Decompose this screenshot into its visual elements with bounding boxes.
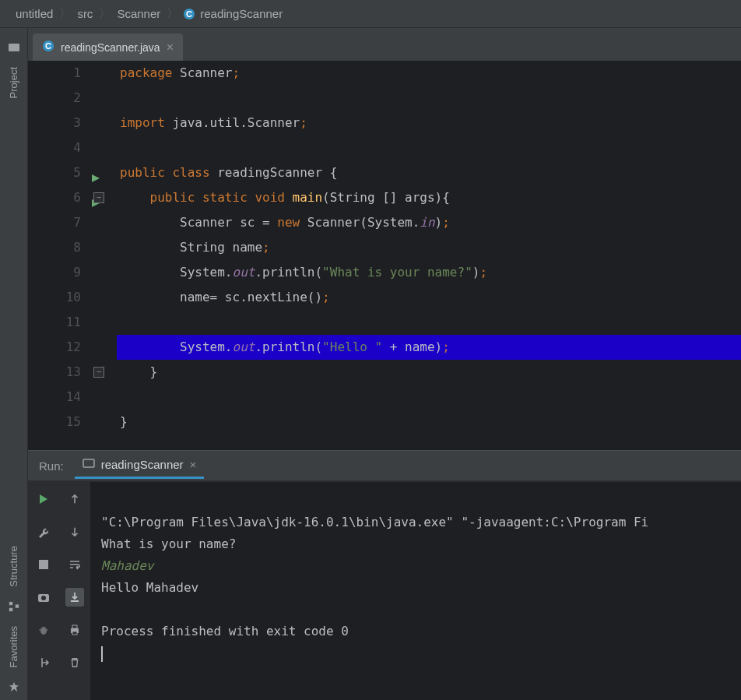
trash-icon[interactable] [65, 653, 84, 672]
console-line: "C:\Program Files\Java\jdk-16.0.1\bin\ja… [101, 515, 648, 529]
line-number: 3 [28, 111, 81, 135]
down-arrow-icon[interactable] [65, 522, 84, 541]
code-line[interactable]: String name; [117, 235, 741, 260]
line-number: 5 [28, 160, 81, 185]
class-icon: C [183, 8, 195, 20]
run-tab-label: readingScanner [101, 458, 184, 471]
run-toolbar-left [28, 482, 59, 700]
code-line[interactable]: name= sc.nextLine(); [117, 285, 741, 310]
class-icon: C [42, 40, 54, 55]
svg-text:C: C [45, 41, 51, 51]
console-user-input: Mahadev [101, 558, 153, 573]
line-number: 12 [28, 335, 81, 360]
line-number: 1 [28, 61, 81, 86]
breadcrumb-item[interactable]: src [76, 7, 94, 20]
svg-marker-12 [40, 494, 47, 504]
code-line[interactable] [117, 86, 741, 111]
up-arrow-icon[interactable] [65, 490, 84, 508]
svg-rect-5 [15, 604, 18, 607]
line-number: 9 [28, 260, 81, 285]
code-line[interactable]: } [117, 360, 741, 385]
tab-label: readingScanner.java [61, 41, 160, 54]
line-number: 7 [28, 210, 81, 235]
scroll-to-end-icon[interactable] [65, 588, 84, 607]
line-number: 6 [28, 185, 81, 210]
structure-icon [7, 600, 21, 614]
project-tool-button[interactable]: Project [8, 61, 19, 104]
wrench-icon[interactable] [34, 522, 53, 541]
line-gutter: 123456789101112131415 [28, 61, 89, 450]
chevron-right-icon: 〉 [162, 6, 183, 21]
run-toolbar-right [59, 482, 90, 700]
svg-rect-2 [9, 44, 19, 51]
left-tool-rail: Project Structure Favorites [0, 28, 28, 700]
console-output[interactable]: "C:\Program Files\Java\jdk-16.0.1\bin\ja… [90, 482, 741, 700]
svg-rect-3 [9, 601, 12, 604]
soft-wrap-icon[interactable] [65, 555, 84, 574]
run-tool-window: Run: readingScanner × [28, 450, 741, 700]
run-label: Run: [39, 459, 64, 473]
fold-end-icon[interactable]: − [93, 367, 104, 378]
stop-button[interactable] [34, 555, 53, 574]
caret [101, 646, 103, 662]
line-number: 4 [28, 135, 81, 160]
code-editor[interactable]: 123456789101112131415 −− package Scanner… [28, 61, 741, 450]
star-icon [7, 680, 21, 694]
code-line[interactable]: } [117, 410, 741, 434]
code-line[interactable]: public static void main(String [] args){ [117, 185, 741, 210]
code-line[interactable]: public class readingScanner { [117, 160, 741, 185]
breadcrumb-item[interactable]: untitled [14, 7, 54, 20]
line-number: 13 [28, 360, 81, 385]
console-line: Hello Mahadev [101, 580, 198, 595]
run-config-tab[interactable]: readingScanner × [75, 452, 205, 479]
code-line[interactable]: System.out.println("What is your name?")… [117, 260, 741, 285]
camera-icon[interactable] [34, 588, 53, 607]
breadcrumb-item[interactable]: Scanner [115, 7, 162, 20]
code-line[interactable] [117, 310, 741, 335]
run-tab-bar: Run: readingScanner × [28, 451, 741, 482]
line-number: 10 [28, 285, 81, 310]
breadcrumb-bar: untitled 〉 src 〉 Scanner 〉 C readingScan… [0, 0, 741, 28]
run-button[interactable] [34, 490, 53, 508]
print-icon[interactable] [65, 621, 84, 639]
svg-point-16 [40, 627, 47, 635]
svg-point-15 [41, 596, 46, 600]
svg-marker-6 [9, 682, 18, 691]
editor-tab-bar: C readingScanner.java × [28, 28, 741, 61]
fold-column: −− [89, 61, 117, 450]
console-line: Process finished with exit code 0 [101, 624, 349, 638]
code-area[interactable]: package Scanner;import java.util.Scanner… [117, 61, 741, 450]
console-line: What is your name? [101, 536, 236, 551]
svg-rect-11 [83, 459, 94, 467]
exit-icon[interactable] [34, 653, 53, 672]
line-number: 15 [28, 410, 81, 434]
run-window-icon [83, 457, 95, 472]
chevron-right-icon: 〉 [54, 6, 76, 21]
code-line[interactable]: System.out.println("Hello " + name); [117, 335, 741, 360]
code-line[interactable] [117, 385, 741, 410]
code-line[interactable]: Scanner sc = new Scanner(System.in); [117, 210, 741, 235]
line-number: 14 [28, 385, 81, 410]
svg-text:C: C [186, 9, 192, 19]
svg-rect-20 [72, 625, 77, 628]
structure-tool-button[interactable]: Structure [8, 540, 19, 593]
svg-rect-4 [9, 607, 12, 610]
breadcrumb-item[interactable]: readingScanner [198, 7, 284, 20]
project-icon[interactable] [7, 40, 21, 55]
line-number: 2 [28, 86, 81, 111]
close-icon[interactable]: × [190, 458, 197, 471]
code-line[interactable] [117, 135, 741, 160]
chevron-right-icon: 〉 [94, 6, 115, 21]
favorites-tool-button[interactable]: Favorites [8, 620, 19, 674]
line-number: 8 [28, 235, 81, 260]
svg-rect-13 [39, 560, 48, 569]
editor-tab[interactable]: C readingScanner.java × [33, 33, 183, 61]
bug-icon[interactable] [34, 621, 53, 639]
code-line[interactable]: package Scanner; [117, 61, 741, 86]
fold-toggle-icon[interactable]: − [93, 192, 104, 203]
line-number: 11 [28, 310, 81, 335]
svg-rect-21 [72, 631, 77, 635]
code-line[interactable]: import java.util.Scanner; [117, 111, 741, 135]
close-icon[interactable]: × [167, 41, 174, 54]
